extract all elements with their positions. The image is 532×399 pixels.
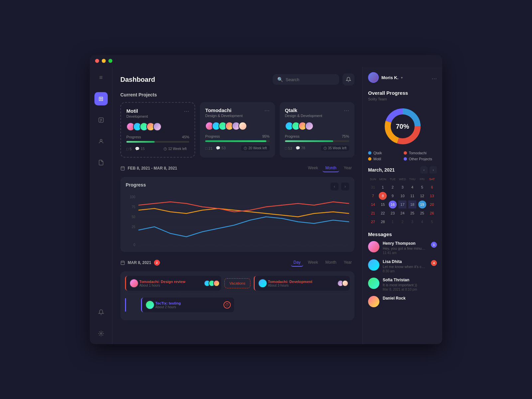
timeline-item-testing[interactable]: TecTix: testing About 2 hours ⏱: [141, 298, 234, 312]
project-card-tomodachi[interactable]: Tomodachi Design & Development ⋯: [200, 102, 275, 158]
cal-cell[interactable]: 28: [379, 218, 387, 226]
calendar-week-1: 31 1 2 3 4 5 6: [368, 183, 437, 192]
cal-cell[interactable]: 12: [418, 192, 426, 200]
timeline-item-development[interactable]: Tomodachi: Development About 3 hours: [254, 276, 350, 291]
tab-week-bottom[interactable]: Week: [305, 259, 321, 267]
svg-text:0: 0: [133, 243, 135, 247]
msg-avatar-henry: [368, 241, 379, 252]
project-card-motil[interactable]: Motil Development ⋯ Progress: [120, 102, 195, 158]
sidebar-item-bell[interactable]: [94, 306, 108, 319]
cal-cell[interactable]: 23: [389, 209, 397, 217]
right-panel: Moris K. ▾ ⋯ Overall Progress Solity Tea…: [362, 67, 442, 344]
legend-dot-tomodachi: [404, 151, 407, 155]
chart-prev-btn[interactable]: ‹: [331, 183, 338, 191]
titlebar: [90, 55, 442, 67]
tab-month-bottom[interactable]: Month: [323, 259, 339, 267]
calendar-header: March, 2021 ‹ ›: [368, 166, 437, 174]
cal-cell[interactable]: 5: [428, 218, 436, 226]
calendar-days-header: SUN MON TUE WED THU FRI SAT: [368, 177, 437, 182]
search-box[interactable]: 🔍: [273, 74, 339, 85]
sidebar-item-document[interactable]: [94, 113, 108, 127]
cal-cell[interactable]: 7: [369, 192, 377, 200]
avatar: [305, 122, 314, 130]
cal-cell-today[interactable]: 8: [379, 192, 387, 200]
sidebar: ≡ ⊞: [90, 67, 112, 344]
cal-next-btn[interactable]: ›: [430, 166, 437, 174]
legend-dot-motil: [368, 157, 371, 161]
card-menu-motil[interactable]: ⋯: [184, 108, 189, 114]
cal-cell-highlighted[interactable]: 18: [408, 200, 416, 208]
msg-avatar-lisa: [368, 259, 379, 271]
avatar: [342, 280, 348, 287]
cal-cell[interactable]: 10: [398, 192, 406, 200]
timeline-avatar: [145, 300, 155, 310]
progress-chart: 100 75 50 25 0: [126, 194, 349, 247]
panel-more-icon[interactable]: ⋯: [432, 75, 437, 82]
cal-cell[interactable]: 9: [389, 192, 397, 200]
cal-cell[interactable]: 22: [379, 209, 387, 217]
cal-cell[interactable]: 26: [428, 209, 436, 217]
cal-cell[interactable]: 1: [389, 218, 397, 226]
legend-label-qtalk: Qtalk: [373, 151, 382, 155]
sidebar-item-user[interactable]: [94, 135, 108, 148]
cal-cell[interactable]: 3: [408, 218, 416, 226]
cal-cell[interactable]: 5: [418, 183, 426, 191]
cal-cell-highlighted[interactable]: 17: [398, 200, 406, 208]
tab-week[interactable]: Week: [305, 164, 321, 172]
current-projects-title: Current Projects: [120, 92, 354, 97]
cal-cell[interactable]: 15: [379, 200, 387, 208]
card-title-motil: Motil: [126, 108, 148, 114]
sidebar-item-file[interactable]: [94, 156, 108, 169]
message-item-henry[interactable]: Henry Thompson Hey, you got a few minute…: [368, 241, 437, 255]
cal-cell[interactable]: 14: [369, 200, 377, 208]
cal-cell[interactable]: 20: [428, 200, 436, 208]
cal-cell-selected-purple[interactable]: 16: [389, 200, 397, 208]
cal-cell[interactable]: 2: [389, 183, 397, 191]
tab-year-bottom[interactable]: Year: [341, 259, 354, 267]
chart-next-btn[interactable]: ›: [341, 183, 349, 191]
dot-red[interactable]: [95, 59, 99, 63]
dot-green[interactable]: [108, 59, 112, 63]
chevron-down-icon[interactable]: ▾: [401, 76, 403, 79]
cal-cell[interactable]: 31: [369, 183, 377, 191]
cal-cell[interactable]: 13: [428, 192, 436, 200]
timeline-item-design-review[interactable]: Tomodachi: Design review About 1 hours: [125, 276, 221, 291]
msg-avatar-sofia: [368, 278, 379, 289]
card-subtitle-qtalk: Design & Development: [285, 114, 323, 118]
donut-percentage: 70%: [396, 123, 409, 130]
card-menu-qtalk[interactable]: ⋯: [344, 107, 349, 114]
projects-grid: Motil Development ⋯ Progress: [120, 102, 354, 158]
date-range: FEB 8, 2021 - MAR 8, 2021: [120, 166, 177, 171]
dot-yellow[interactable]: [102, 59, 106, 63]
tab-month[interactable]: Month: [323, 164, 339, 172]
cal-cell[interactable]: 3: [398, 183, 406, 191]
cal-cell[interactable]: 4: [418, 218, 426, 226]
notification-button[interactable]: [342, 73, 354, 85]
cal-cell[interactable]: 11: [408, 192, 416, 200]
message-item-daniel[interactable]: Daniel Rock: [368, 296, 437, 307]
cal-cell[interactable]: 25: [418, 209, 426, 217]
cal-cell[interactable]: 2: [398, 218, 406, 226]
cal-cell[interactable]: 21: [369, 209, 377, 217]
tab-year[interactable]: Year: [341, 164, 354, 172]
sidebar-item-settings[interactable]: [94, 327, 108, 340]
card-menu-tomodachi[interactable]: ⋯: [264, 107, 270, 114]
project-card-qtalk[interactable]: Qtalk Design & Development ⋯ Progress 75…: [280, 102, 354, 158]
tab-day[interactable]: Day: [291, 259, 303, 267]
timeline-duration-test: About 2 hours: [155, 305, 221, 309]
avatars-motil: [126, 122, 189, 131]
cal-cell-selected-blue[interactable]: 19: [418, 200, 426, 208]
svg-text:75: 75: [132, 205, 135, 209]
search-input[interactable]: [286, 77, 334, 82]
sidebar-item-menu[interactable]: ≡: [94, 71, 108, 84]
cal-cell[interactable]: 24: [398, 209, 406, 217]
cal-cell[interactable]: 1: [379, 183, 387, 191]
cal-cell[interactable]: 6: [428, 183, 436, 191]
sidebar-item-grid[interactable]: ⊞: [94, 92, 108, 105]
message-item-sofia[interactable]: Sofia Thristan It is most important )) M…: [368, 278, 437, 291]
message-item-lisa[interactable]: Lisa Dhita Let me know when it's conven.…: [368, 259, 437, 273]
cal-cell[interactable]: 25: [408, 209, 416, 217]
cal-cell[interactable]: 27: [369, 218, 377, 226]
cal-cell[interactable]: 4: [408, 183, 416, 191]
cal-prev-btn[interactable]: ‹: [420, 166, 428, 174]
